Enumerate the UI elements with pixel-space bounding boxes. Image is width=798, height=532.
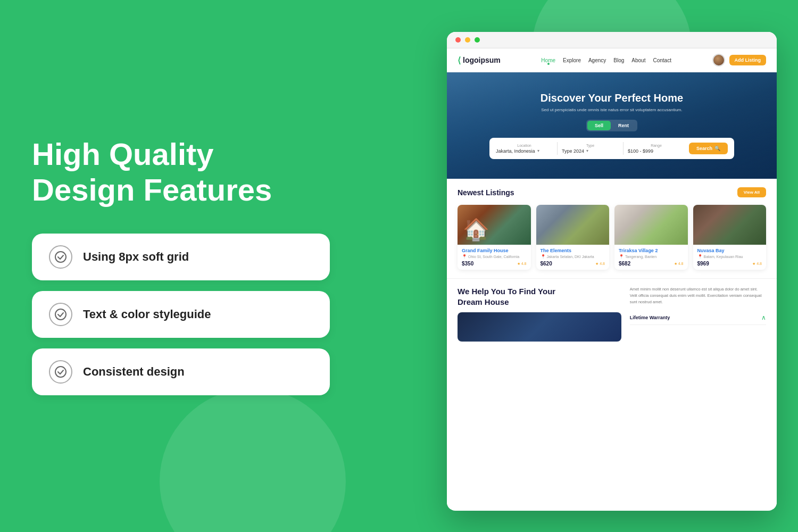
property-card-4[interactable]: Nuvasa Bay 📍 Batam, Kepulauan Riau $969 … [693, 205, 767, 270]
search-divider-2 [623, 142, 624, 155]
browser-chrome [447, 32, 777, 48]
listings-section: Newest Listings View All Grand Family Ho… [447, 179, 777, 278]
pin-icon-3: 📍 [619, 254, 624, 259]
property-location-2: 📍 Jakarta Selatan, DKI Jakarta [541, 254, 605, 259]
dream-left: We Help You To Find Your Dream House [458, 286, 621, 342]
browser-mockup: ⟨ logoipsum Home Explore Agency Blog Abo… [447, 32, 777, 511]
property-price-3: $682 [619, 261, 630, 267]
warranty-label: Lifetime Warranty [630, 315, 670, 320]
warranty-item[interactable]: Lifetime Warranty ∧ [630, 311, 766, 325]
property-image-2 [536, 205, 610, 245]
site-navbar: ⟨ logoipsum Home Explore Agency Blog Abo… [447, 48, 777, 72]
card-info-1: Grand Family House 📍 Ohio St, South Gate… [458, 245, 531, 270]
property-price-2: $620 [541, 261, 552, 267]
card-footer-1: $350 ★ 4.8 [462, 261, 527, 267]
location-label: Location [496, 144, 553, 147]
site-logo: ⟨ logoipsum [458, 55, 501, 65]
pin-icon-2: 📍 [541, 254, 546, 259]
check-icon-design [49, 360, 72, 384]
property-rating-2: ★ 4.8 [595, 262, 605, 266]
browser-close-dot [455, 37, 461, 43]
property-rating-1: ★ 4.8 [517, 262, 527, 266]
property-cards-grid: Grand Family House 📍 Ohio St, South Gate… [458, 205, 766, 270]
search-divider-1 [557, 142, 558, 155]
card-info-4: Nuvasa Bay 📍 Batam, Kepulauan Riau $969 … [693, 245, 767, 270]
property-image-1 [458, 205, 531, 245]
type-chevron: ▾ [586, 148, 588, 153]
dream-title: We Help You To Find Your Dream House [458, 286, 621, 307]
property-price-4: $969 [697, 261, 709, 267]
search-icon: 🔍 [714, 146, 720, 151]
feature-list: Using 8px soft grid Text & color stylegu… [32, 234, 330, 395]
svg-point-0 [55, 252, 66, 262]
nav-link-contact[interactable]: Contact [653, 57, 671, 63]
browser-minimize-dot [465, 37, 470, 43]
range-value: $100 - $999 [628, 148, 685, 154]
feature-item-design: Consistent design [32, 348, 330, 395]
feature-text-design: Consistent design [83, 365, 185, 379]
star-icon-1: ★ [517, 262, 520, 266]
location-chevron: ▾ [537, 148, 539, 153]
website-content[interactable]: ⟨ logoipsum Home Explore Agency Blog Abo… [447, 48, 777, 509]
property-card-1[interactable]: Grand Family House 📍 Ohio St, South Gate… [458, 205, 531, 270]
dream-image [458, 312, 621, 342]
check-icon-grid [49, 245, 72, 269]
rent-tab[interactable]: Rent [611, 121, 636, 130]
pin-icon-4: 📍 [697, 254, 703, 259]
add-listing-button[interactable]: Add Listing [729, 55, 767, 65]
hero-title: Discover Your Perfect Home [489, 92, 734, 104]
main-heading: High Quality Design Features [32, 137, 330, 207]
property-card-3[interactable]: Triraksa Village 2 📍 Tangerang, Banten $… [614, 205, 688, 270]
type-label: Type [562, 144, 619, 147]
range-label: Range [628, 144, 685, 147]
nav-link-explore[interactable]: Explore [563, 57, 581, 63]
feature-item-grid: Using 8px soft grid [32, 234, 330, 280]
feature-text-color: Text & color styleguide [83, 307, 211, 321]
property-name-1: Grand Family House [462, 248, 527, 253]
dream-description: Amet minim mollit non deserunt ullamco e… [630, 286, 766, 305]
search-bar: Location Jakarta, Indonesia ▾ Type Type … [489, 138, 734, 159]
property-name-4: Nuvasa Bay [697, 248, 762, 253]
nav-link-blog[interactable]: Blog [613, 57, 624, 63]
property-name-2: The Elements [541, 248, 605, 253]
location-value: Jakarta, Indonesia ▾ [496, 148, 553, 154]
property-card-2[interactable]: The Elements 📍 Jakarta Selatan, DKI Jaka… [536, 205, 610, 270]
pin-icon-1: 📍 [462, 254, 467, 259]
type-value: Type 2024 ▾ [562, 148, 619, 154]
check-icon-color [49, 303, 72, 326]
sell-tab[interactable]: Sell [587, 121, 611, 130]
hero-content: Discover Your Perfect Home Sed ut perspi… [479, 92, 745, 159]
card-info-2: The Elements 📍 Jakarta Selatan, DKI Jaka… [536, 245, 610, 270]
nav-link-about[interactable]: About [631, 57, 645, 63]
location-field: Location Jakarta, Indonesia ▾ [496, 144, 553, 154]
property-image-3 [614, 205, 688, 245]
hero-subtitle: Sed ut perspiciatis unde omnis iste natu… [489, 107, 734, 112]
property-name-3: Triraksa Village 2 [619, 248, 684, 253]
card-footer-4: $969 ★ 4.8 [697, 261, 762, 267]
listings-header: Newest Listings View All [458, 187, 766, 197]
user-avatar [712, 54, 725, 66]
browser-maximize-dot [475, 37, 480, 43]
search-button[interactable]: Search 🔍 [689, 143, 728, 154]
card-footer-2: $620 ★ 4.8 [541, 261, 605, 267]
nav-right: Add Listing [712, 54, 767, 66]
listings-title: Newest Listings [458, 188, 514, 197]
nav-link-home[interactable]: Home [541, 57, 555, 63]
hero-section: Discover Your Perfect Home Sed ut perspi… [447, 72, 777, 179]
logo-icon: ⟨ [458, 55, 461, 65]
nav-links: Home Explore Agency Blog About Contact [509, 57, 704, 63]
card-info-3: Triraksa Village 2 📍 Tangerang, Banten $… [614, 245, 688, 270]
type-field: Type Type 2024 ▾ [562, 144, 619, 154]
svg-point-2 [55, 367, 66, 377]
dream-right: Amet minim mollit non deserunt ullamco e… [630, 286, 766, 325]
card-footer-3: $682 ★ 4.8 [619, 261, 684, 267]
warranty-chevron-icon: ∧ [761, 314, 766, 321]
property-location-1: 📍 Ohio St, South Gate, California [462, 254, 527, 259]
view-all-button[interactable]: View All [737, 187, 766, 197]
dream-section: We Help You To Find Your Dream House Ame… [447, 278, 777, 349]
star-icon-2: ★ [595, 262, 598, 266]
dream-content: We Help You To Find Your Dream House Ame… [458, 286, 766, 342]
nav-link-agency[interactable]: Agency [588, 57, 606, 63]
left-panel: High Quality Design Features Using 8px s… [32, 0, 330, 532]
star-icon-4: ★ [752, 262, 755, 266]
